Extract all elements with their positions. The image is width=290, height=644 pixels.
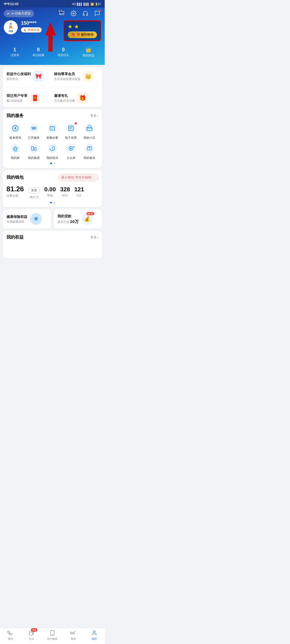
svg-point-15: [10, 144, 20, 153]
service-complaint[interactable]: 我的投诉: [44, 142, 61, 160]
svg-point-18: [29, 144, 39, 153]
service-shop[interactable]: 我的小店: [81, 122, 98, 140]
benefit-icon-2: 🧧: [30, 93, 40, 103]
signin-card[interactable]: ★ ★ 🎁 🎁 签到有你: [64, 20, 101, 41]
wallet-bank-item[interactable]: 查看 银行卡: [28, 187, 40, 199]
service-backup[interactable]: 我的备份: [81, 142, 98, 160]
services-title: 我的服务: [6, 113, 24, 119]
benefits-section: 权益中心发福利 签到有礼 🎀 移动尊享会员 月月享超值通话权益 👑 宿迁用户专享…: [3, 67, 102, 107]
service-group[interactable]: 我的集团: [25, 142, 42, 160]
wallet-header: 我的钱包 进入钱包·享支付福利 〉: [6, 174, 98, 181]
new-badge: NEW: [86, 212, 94, 215]
wallet-lingqian[interactable]: 0.00 零钱: [44, 186, 56, 197]
benefit-item-3[interactable]: 邀请有礼 月月赢20元话费 🎁: [54, 93, 98, 103]
insurance-card[interactable]: 健康保险权益 专属健康保障 保: [3, 209, 51, 229]
equity-header: 我的权益 更多 ›: [6, 235, 98, 240]
benefit-icon-0: 🎀: [33, 71, 44, 82]
loan-icon: 💰 NEW: [81, 213, 93, 225]
svg-text:5G: 5G: [73, 146, 75, 148]
svg-point-11: [66, 124, 76, 133]
wallet-balance-row: 81.26 话费余额 查看 银行卡 0.00 零钱 328 积分 121 E豆: [6, 185, 98, 199]
wallet-balance: 81.26 话费余额: [6, 185, 24, 198]
insurance-icon: 保: [30, 213, 42, 225]
service-opened[interactable]: 已开服务: [25, 122, 42, 140]
benefit-item-2[interactable]: 宿迁用户专享 赢10GB流量 🧧: [6, 93, 51, 103]
benefit-item-0[interactable]: 权益中心发福利 签到有礼 🎀: [6, 71, 51, 82]
svg-point-1: [73, 13, 74, 14]
feedback-label: 意见: [57, 9, 63, 13]
care-mode-button[interactable]: ⇌ ⇌ 切换关爱版: [4, 10, 34, 17]
insurance-loan-section: 健康保险权益 专属健康保障 保 我的贷款 最高可贷 20万 💰 NEW: [3, 209, 102, 229]
service-home[interactable]: 我的家: [6, 142, 24, 160]
avatar[interactable]: a和nd: [4, 20, 18, 34]
svg-point-9: [48, 124, 57, 133]
wallet-page-dots: [6, 202, 98, 203]
benefit-icon-3: 🎁: [77, 93, 88, 103]
benefit-divider: [6, 87, 98, 87]
header-actions: 意见: [58, 10, 101, 17]
services-page-dots: [6, 163, 98, 164]
benefit-icon-1: 👑: [83, 71, 93, 82]
svg-point-6: [29, 124, 39, 133]
services-section: 我的服务 更多 › ¥ 账单查询: [3, 109, 102, 168]
status-bar: 中午12:43 HD ▌▌▌ ▌▌▌ 📶 🔋87: [0, 0, 105, 8]
service-package[interactable]: 套餐余量: [44, 122, 61, 140]
customer-service-button[interactable]: [82, 10, 89, 17]
wallet-dot-2: [53, 202, 55, 203]
svg-point-24: [70, 148, 72, 149]
service-bill[interactable]: ¥ 账单查询: [6, 122, 24, 140]
message-badge: [99, 10, 101, 12]
settings-button[interactable]: [70, 10, 77, 17]
signin-button[interactable]: 🎁 🎁 签到有你: [68, 31, 97, 38]
stat-equity[interactable]: 👑 我的权益: [82, 47, 94, 57]
service-cloud5g[interactable]: 5G 云台席: [62, 142, 80, 160]
user-level-tag: 🦌 萌鹿乐园: [21, 27, 42, 32]
page-dot-2: [53, 163, 55, 164]
service-invoice[interactable]: 电子发票: [62, 122, 80, 140]
wallet-jifen[interactable]: 328 积分: [60, 186, 70, 197]
header-top: ⇌ ⇌ 切换关爱版 意见: [4, 10, 101, 17]
equity-more-link[interactable]: 更多 ›: [90, 235, 98, 240]
services-page1: ¥ 账单查询 已开服务: [6, 122, 98, 140]
svg-rect-17: [15, 149, 16, 151]
benefits-grid: 权益中心发福利 签到有礼 🎀 移动尊享会员 月月享超值通话权益 👑 宿迁用户专享…: [6, 71, 98, 103]
wallet-entry-button[interactable]: 进入钱包·享支付福利 〉: [58, 174, 98, 181]
messages-button[interactable]: [93, 10, 101, 17]
page-dot-1: [50, 163, 52, 164]
feedback-button[interactable]: 意见: [58, 10, 66, 17]
stat-coupon[interactable]: 1 优惠券: [10, 47, 19, 57]
services-header: 我的服务 更多 ›: [6, 113, 98, 119]
invoice-notification-dot: [75, 122, 77, 125]
wallet-dot-1: [50, 202, 52, 203]
stars-row: ★ ★: [68, 23, 97, 30]
equity-title: 我的权益: [6, 235, 24, 240]
benefit-item-1[interactable]: 移动尊享会员 月月享超值通话权益 👑: [54, 71, 98, 82]
bottom-spacer: [0, 261, 105, 279]
wallet-edou[interactable]: 121 E豆: [74, 186, 84, 197]
wallet-section: 我的钱包 进入钱包·享支付福利 〉 81.26 话费余额 查看 银行卡 0.00…: [3, 170, 102, 207]
red-arrow: [41, 22, 60, 52]
services-more-link[interactable]: 更多 ›: [90, 114, 98, 118]
svg-marker-2: [45, 22, 56, 52]
services-page2: 我的家 我的集团 我的投诉: [6, 142, 98, 160]
my-equity-section: 我的权益 更多 ›: [3, 231, 102, 258]
wallet-title: 我的钱包: [6, 175, 24, 180]
equity-placeholder: [6, 244, 98, 255]
loan-card[interactable]: 我的贷款 最高可贷 20万 💰 NEW: [54, 209, 102, 229]
status-time: 中午12:43: [4, 2, 19, 6]
status-icons: HD ▌▌▌ ▌▌▌ 📶 🔋87: [72, 3, 101, 6]
